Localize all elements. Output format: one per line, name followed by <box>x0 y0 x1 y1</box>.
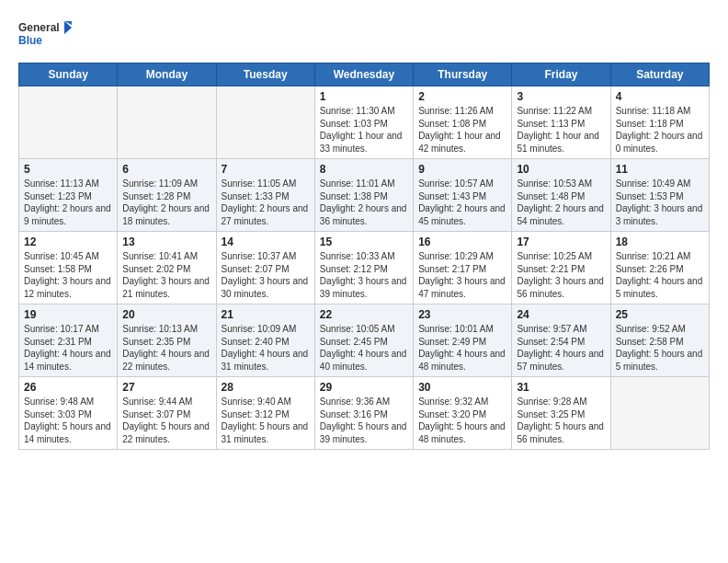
day-info: Sunrise: 10:25 AM Sunset: 2:21 PM Daylig… <box>517 250 605 300</box>
calendar: SundayMondayTuesdayWednesdayThursdayFrid… <box>18 63 710 450</box>
day-info: Sunrise: 9:57 AM Sunset: 2:54 PM Dayligh… <box>517 323 605 373</box>
calendar-cell: 23Sunrise: 10:01 AM Sunset: 2:49 PM Dayl… <box>414 304 512 377</box>
logo-svg: General Blue <box>18 17 74 53</box>
calendar-cell: 22Sunrise: 10:05 AM Sunset: 2:45 PM Dayl… <box>314 304 413 377</box>
day-info: Sunrise: 10:21 AM Sunset: 2:26 PM Daylig… <box>616 250 704 300</box>
day-number: 4 <box>616 90 704 103</box>
weekday-header-friday: Friday <box>512 63 610 86</box>
weekday-header-wednesday: Wednesday <box>314 63 413 86</box>
calendar-cell: 5Sunrise: 11:13 AM Sunset: 1:23 PM Dayli… <box>19 159 118 232</box>
day-number: 23 <box>418 308 506 321</box>
calendar-cell: 25Sunrise: 9:52 AM Sunset: 2:58 PM Dayli… <box>610 304 709 377</box>
day-info: Sunrise: 10:53 AM Sunset: 1:48 PM Daylig… <box>517 178 605 227</box>
calendar-cell: 29Sunrise: 9:36 AM Sunset: 3:16 PM Dayli… <box>314 377 413 450</box>
day-info: Sunrise: 9:32 AM Sunset: 3:20 PM Dayligh… <box>418 396 506 445</box>
day-info: Sunrise: 11:22 AM Sunset: 1:13 PM Daylig… <box>517 105 605 155</box>
calendar-cell: 24Sunrise: 9:57 AM Sunset: 2:54 PM Dayli… <box>512 304 610 377</box>
day-info: Sunrise: 11:09 AM Sunset: 1:28 PM Daylig… <box>122 178 210 227</box>
svg-text:Blue: Blue <box>18 34 42 47</box>
day-number: 14 <box>222 236 310 248</box>
calendar-cell: 4Sunrise: 11:18 AM Sunset: 1:18 PM Dayli… <box>610 86 709 159</box>
day-number: 6 <box>122 163 210 176</box>
day-info: Sunrise: 11:01 AM Sunset: 1:38 PM Daylig… <box>320 178 408 227</box>
page: General Blue SundayMondayTuesdayWednesda… <box>0 0 728 563</box>
day-number: 21 <box>222 308 310 321</box>
day-info: Sunrise: 11:18 AM Sunset: 1:18 PM Daylig… <box>616 105 704 155</box>
calendar-cell: 10Sunrise: 10:53 AM Sunset: 1:48 PM Dayl… <box>512 159 610 232</box>
calendar-cell: 3Sunrise: 11:22 AM Sunset: 1:13 PM Dayli… <box>512 86 610 159</box>
day-info: Sunrise: 10:49 AM Sunset: 1:53 PM Daylig… <box>616 178 704 227</box>
calendar-cell: 15Sunrise: 10:33 AM Sunset: 2:12 PM Dayl… <box>314 232 413 304</box>
day-number: 10 <box>517 163 605 176</box>
calendar-cell <box>118 86 216 159</box>
day-info: Sunrise: 10:57 AM Sunset: 1:43 PM Daylig… <box>418 178 506 227</box>
day-info: Sunrise: 9:36 AM Sunset: 3:16 PM Dayligh… <box>320 396 408 445</box>
calendar-cell <box>19 86 118 159</box>
day-info: Sunrise: 10:05 AM Sunset: 2:45 PM Daylig… <box>320 323 408 373</box>
day-info: Sunrise: 10:09 AM Sunset: 2:40 PM Daylig… <box>222 323 310 373</box>
header: General Blue <box>18 17 710 53</box>
day-info: Sunrise: 10:33 AM Sunset: 2:12 PM Daylig… <box>320 250 408 300</box>
day-number: 9 <box>418 163 506 176</box>
day-number: 19 <box>24 308 112 321</box>
calendar-cell: 2Sunrise: 11:26 AM Sunset: 1:08 PM Dayli… <box>414 86 512 159</box>
day-number: 31 <box>517 381 605 394</box>
calendar-cell: 14Sunrise: 10:37 AM Sunset: 2:07 PM Dayl… <box>216 232 314 304</box>
day-info: Sunrise: 10:45 AM Sunset: 1:58 PM Daylig… <box>24 250 112 300</box>
day-number: 27 <box>122 381 210 394</box>
day-number: 17 <box>517 236 605 248</box>
day-number: 24 <box>517 308 605 321</box>
calendar-cell: 1Sunrise: 11:30 AM Sunset: 1:03 PM Dayli… <box>314 86 413 159</box>
weekday-header-monday: Monday <box>118 63 216 86</box>
day-info: Sunrise: 9:44 AM Sunset: 3:07 PM Dayligh… <box>122 396 210 445</box>
day-number: 7 <box>222 163 310 176</box>
weekday-header-saturday: Saturday <box>610 63 709 86</box>
weekday-header-tuesday: Tuesday <box>216 63 314 86</box>
calendar-cell: 31Sunrise: 9:28 AM Sunset: 3:25 PM Dayli… <box>512 377 610 450</box>
day-info: Sunrise: 9:28 AM Sunset: 3:25 PM Dayligh… <box>517 396 605 445</box>
week-row-1: 1Sunrise: 11:30 AM Sunset: 1:03 PM Dayli… <box>19 86 710 159</box>
day-number: 11 <box>616 163 704 176</box>
day-number: 20 <box>122 308 210 321</box>
week-row-4: 19Sunrise: 10:17 AM Sunset: 2:31 PM Dayl… <box>19 304 710 377</box>
day-info: Sunrise: 10:17 AM Sunset: 2:31 PM Daylig… <box>24 323 112 373</box>
week-row-2: 5Sunrise: 11:13 AM Sunset: 1:23 PM Dayli… <box>19 159 710 232</box>
day-number: 18 <box>616 236 704 248</box>
day-number: 13 <box>122 236 210 248</box>
day-info: Sunrise: 9:48 AM Sunset: 3:03 PM Dayligh… <box>24 396 112 445</box>
calendar-cell: 8Sunrise: 11:01 AM Sunset: 1:38 PM Dayli… <box>314 159 413 232</box>
calendar-cell: 6Sunrise: 11:09 AM Sunset: 1:28 PM Dayli… <box>118 159 216 232</box>
calendar-cell: 17Sunrise: 10:25 AM Sunset: 2:21 PM Dayl… <box>512 232 610 304</box>
day-info: Sunrise: 9:52 AM Sunset: 2:58 PM Dayligh… <box>616 323 704 373</box>
day-number: 2 <box>418 90 506 103</box>
weekday-header-thursday: Thursday <box>414 63 512 86</box>
day-info: Sunrise: 10:01 AM Sunset: 2:49 PM Daylig… <box>418 323 506 373</box>
logo: General Blue <box>18 17 74 53</box>
day-info: Sunrise: 10:37 AM Sunset: 2:07 PM Daylig… <box>222 250 310 300</box>
day-number: 5 <box>24 163 112 176</box>
day-number: 28 <box>222 381 310 394</box>
calendar-cell: 30Sunrise: 9:32 AM Sunset: 3:20 PM Dayli… <box>414 377 512 450</box>
day-info: Sunrise: 11:13 AM Sunset: 1:23 PM Daylig… <box>24 178 112 227</box>
day-number: 16 <box>418 236 506 248</box>
calendar-cell: 7Sunrise: 11:05 AM Sunset: 1:33 PM Dayli… <box>216 159 314 232</box>
calendar-cell: 13Sunrise: 10:41 AM Sunset: 2:02 PM Dayl… <box>118 232 216 304</box>
day-number: 30 <box>418 381 506 394</box>
day-number: 29 <box>320 381 408 394</box>
calendar-cell: 12Sunrise: 10:45 AM Sunset: 1:58 PM Dayl… <box>19 232 118 304</box>
day-number: 12 <box>24 236 112 248</box>
calendar-cell <box>216 86 314 159</box>
day-info: Sunrise: 9:40 AM Sunset: 3:12 PM Dayligh… <box>222 396 310 445</box>
calendar-cell: 9Sunrise: 10:57 AM Sunset: 1:43 PM Dayli… <box>414 159 512 232</box>
calendar-cell: 18Sunrise: 10:21 AM Sunset: 2:26 PM Dayl… <box>610 232 709 304</box>
day-number: 1 <box>320 90 408 103</box>
calendar-cell: 28Sunrise: 9:40 AM Sunset: 3:12 PM Dayli… <box>216 377 314 450</box>
calendar-cell: 27Sunrise: 9:44 AM Sunset: 3:07 PM Dayli… <box>118 377 216 450</box>
calendar-cell: 21Sunrise: 10:09 AM Sunset: 2:40 PM Dayl… <box>216 304 314 377</box>
day-number: 3 <box>517 90 605 103</box>
day-info: Sunrise: 11:05 AM Sunset: 1:33 PM Daylig… <box>222 178 310 227</box>
day-number: 15 <box>320 236 408 248</box>
calendar-cell: 20Sunrise: 10:13 AM Sunset: 2:35 PM Dayl… <box>118 304 216 377</box>
calendar-cell: 19Sunrise: 10:17 AM Sunset: 2:31 PM Dayl… <box>19 304 118 377</box>
calendar-cell: 16Sunrise: 10:29 AM Sunset: 2:17 PM Dayl… <box>414 232 512 304</box>
